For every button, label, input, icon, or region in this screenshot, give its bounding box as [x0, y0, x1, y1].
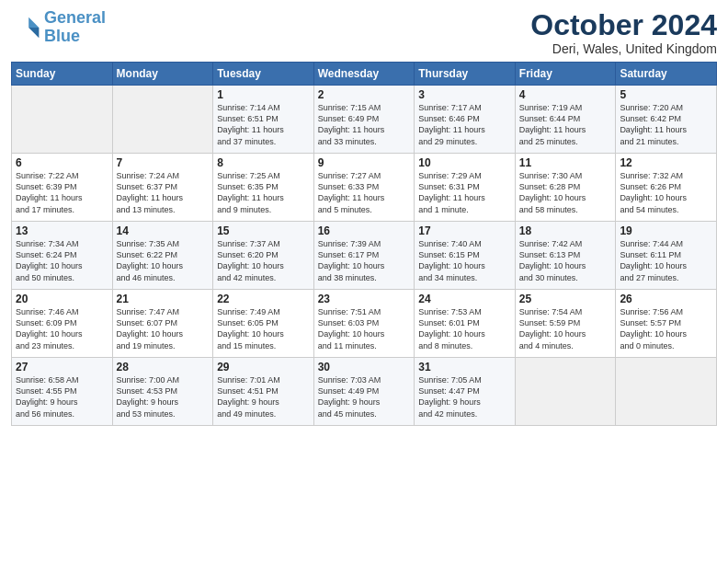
day-number: 17 — [418, 224, 511, 237]
day-info: Sunrise: 7:22 AM Sunset: 6:39 PM Dayligh… — [16, 170, 108, 215]
logo-text: General Blue — [44, 9, 106, 46]
cal-cell: 10Sunrise: 7:29 AM Sunset: 6:31 PM Dayli… — [415, 154, 516, 222]
day-info: Sunrise: 7:39 AM Sunset: 6:17 PM Dayligh… — [318, 238, 411, 283]
day-info: Sunrise: 7:14 AM Sunset: 6:51 PM Dayligh… — [217, 102, 310, 147]
day-number: 24 — [418, 293, 511, 305]
day-info: Sunrise: 7:56 AM Sunset: 5:57 PM Dayligh… — [620, 306, 712, 351]
day-info: Sunrise: 7:25 AM Sunset: 6:35 PM Dayligh… — [217, 170, 310, 215]
cal-cell: 18Sunrise: 7:42 AM Sunset: 6:13 PM Dayli… — [515, 222, 616, 290]
day-info: Sunrise: 7:19 AM Sunset: 6:44 PM Dayligh… — [519, 102, 612, 147]
cal-cell: 28Sunrise: 7:00 AM Sunset: 4:53 PM Dayli… — [112, 358, 213, 426]
cal-cell: 6Sunrise: 7:22 AM Sunset: 6:39 PM Daylig… — [12, 154, 113, 222]
col-header-sunday: Sunday — [12, 63, 113, 86]
day-info: Sunrise: 7:30 AM Sunset: 6:28 PM Dayligh… — [519, 170, 612, 215]
day-number: 16 — [318, 224, 411, 237]
cal-cell: 29Sunrise: 7:01 AM Sunset: 4:51 PM Dayli… — [213, 358, 314, 426]
cal-cell: 30Sunrise: 7:03 AM Sunset: 4:49 PM Dayli… — [313, 358, 415, 426]
logo: General Blue — [11, 9, 106, 46]
day-info: Sunrise: 7:42 AM Sunset: 6:13 PM Dayligh… — [519, 238, 612, 283]
location: Deri, Wales, United Kingdom — [530, 41, 717, 56]
day-number: 19 — [620, 224, 712, 237]
day-info: Sunrise: 7:00 AM Sunset: 4:53 PM Dayligh… — [117, 374, 210, 419]
cal-cell: 20Sunrise: 7:46 AM Sunset: 6:09 PM Dayli… — [12, 290, 113, 358]
week-row-0: 1Sunrise: 7:14 AM Sunset: 6:51 PM Daylig… — [12, 86, 717, 154]
day-number: 12 — [620, 156, 712, 169]
day-number: 25 — [519, 293, 612, 305]
day-info: Sunrise: 7:37 AM Sunset: 6:20 PM Dayligh… — [217, 238, 310, 283]
day-number: 4 — [519, 88, 612, 101]
cal-cell: 8Sunrise: 7:25 AM Sunset: 6:35 PM Daylig… — [213, 154, 314, 222]
day-info: Sunrise: 7:03 AM Sunset: 4:49 PM Dayligh… — [318, 374, 411, 419]
day-number: 5 — [620, 88, 712, 101]
header-row: SundayMondayTuesdayWednesdayThursdayFrid… — [12, 63, 717, 86]
day-number: 20 — [16, 293, 108, 305]
week-row-1: 6Sunrise: 7:22 AM Sunset: 6:39 PM Daylig… — [12, 154, 717, 222]
cal-cell: 21Sunrise: 7:47 AM Sunset: 6:07 PM Dayli… — [112, 290, 213, 358]
cal-cell: 25Sunrise: 7:54 AM Sunset: 5:59 PM Dayli… — [515, 290, 616, 358]
day-info: Sunrise: 7:17 AM Sunset: 6:46 PM Dayligh… — [418, 102, 511, 147]
day-number: 1 — [217, 88, 310, 101]
cal-cell: 11Sunrise: 7:30 AM Sunset: 6:28 PM Dayli… — [515, 154, 616, 222]
day-number: 29 — [217, 361, 310, 373]
logo-line2: Blue — [44, 27, 80, 45]
week-row-4: 27Sunrise: 6:58 AM Sunset: 4:55 PM Dayli… — [12, 358, 717, 426]
cal-cell: 5Sunrise: 7:20 AM Sunset: 6:42 PM Daylig… — [616, 86, 717, 154]
cal-cell: 13Sunrise: 7:34 AM Sunset: 6:24 PM Dayli… — [12, 222, 113, 290]
cal-cell: 2Sunrise: 7:15 AM Sunset: 6:49 PM Daylig… — [313, 86, 415, 154]
day-info: Sunrise: 7:24 AM Sunset: 6:37 PM Dayligh… — [117, 170, 210, 215]
week-row-3: 20Sunrise: 7:46 AM Sunset: 6:09 PM Dayli… — [12, 290, 717, 358]
day-info: Sunrise: 7:53 AM Sunset: 6:01 PM Dayligh… — [418, 306, 511, 351]
day-info: Sunrise: 7:46 AM Sunset: 6:09 PM Dayligh… — [16, 306, 108, 351]
page: General Blue October 2024 Deri, Wales, U… — [0, 0, 728, 563]
day-number: 23 — [318, 293, 411, 305]
day-number: 18 — [519, 224, 612, 237]
title-block: October 2024 Deri, Wales, United Kingdom — [530, 9, 717, 56]
day-info: Sunrise: 7:40 AM Sunset: 6:15 PM Dayligh… — [418, 238, 511, 283]
cal-cell: 9Sunrise: 7:27 AM Sunset: 6:33 PM Daylig… — [313, 154, 415, 222]
day-info: Sunrise: 7:05 AM Sunset: 4:47 PM Dayligh… — [418, 374, 511, 419]
day-info: Sunrise: 7:47 AM Sunset: 6:07 PM Dayligh… — [117, 306, 210, 351]
day-info: Sunrise: 7:54 AM Sunset: 5:59 PM Dayligh… — [519, 306, 612, 351]
cal-cell: 27Sunrise: 6:58 AM Sunset: 4:55 PM Dayli… — [12, 358, 113, 426]
month-title: October 2024 — [530, 9, 717, 41]
cal-cell: 22Sunrise: 7:49 AM Sunset: 6:05 PM Dayli… — [213, 290, 314, 358]
week-row-2: 13Sunrise: 7:34 AM Sunset: 6:24 PM Dayli… — [12, 222, 717, 290]
day-info: Sunrise: 7:32 AM Sunset: 6:26 PM Dayligh… — [620, 170, 712, 215]
day-number: 28 — [117, 361, 210, 373]
cal-cell: 7Sunrise: 7:24 AM Sunset: 6:37 PM Daylig… — [112, 154, 213, 222]
day-number: 10 — [418, 156, 511, 169]
cal-cell: 26Sunrise: 7:56 AM Sunset: 5:57 PM Dayli… — [616, 290, 717, 358]
day-info: Sunrise: 7:44 AM Sunset: 6:11 PM Dayligh… — [620, 238, 712, 283]
col-header-thursday: Thursday — [415, 63, 516, 86]
day-number: 30 — [318, 361, 411, 373]
day-number: 3 — [418, 88, 511, 101]
day-info: Sunrise: 7:35 AM Sunset: 6:22 PM Dayligh… — [117, 238, 210, 283]
day-info: Sunrise: 7:15 AM Sunset: 6:49 PM Dayligh… — [318, 102, 411, 147]
day-number: 21 — [117, 293, 210, 305]
day-number: 27 — [16, 361, 108, 373]
day-number: 14 — [117, 224, 210, 237]
cal-cell: 23Sunrise: 7:51 AM Sunset: 6:03 PM Dayli… — [313, 290, 415, 358]
day-number: 13 — [16, 224, 108, 237]
cal-cell — [12, 86, 113, 154]
cal-cell: 1Sunrise: 7:14 AM Sunset: 6:51 PM Daylig… — [213, 86, 314, 154]
cal-cell — [515, 358, 616, 426]
day-number: 6 — [16, 156, 108, 169]
day-info: Sunrise: 7:51 AM Sunset: 6:03 PM Dayligh… — [318, 306, 411, 351]
cal-cell: 15Sunrise: 7:37 AM Sunset: 6:20 PM Dayli… — [213, 222, 314, 290]
day-info: Sunrise: 7:27 AM Sunset: 6:33 PM Dayligh… — [318, 170, 411, 215]
col-header-saturday: Saturday — [616, 63, 717, 86]
day-number: 11 — [519, 156, 612, 169]
day-number: 9 — [318, 156, 411, 169]
day-info: Sunrise: 7:20 AM Sunset: 6:42 PM Dayligh… — [620, 102, 712, 147]
calendar-table: SundayMondayTuesdayWednesdayThursdayFrid… — [11, 62, 717, 426]
cal-cell: 31Sunrise: 7:05 AM Sunset: 4:47 PM Dayli… — [415, 358, 516, 426]
cal-cell: 14Sunrise: 7:35 AM Sunset: 6:22 PM Dayli… — [112, 222, 213, 290]
cal-cell: 12Sunrise: 7:32 AM Sunset: 6:26 PM Dayli… — [616, 154, 717, 222]
day-number: 26 — [620, 293, 712, 305]
cal-cell: 16Sunrise: 7:39 AM Sunset: 6:17 PM Dayli… — [313, 222, 415, 290]
col-header-monday: Monday — [112, 63, 213, 86]
svg-marker-1 — [28, 28, 39, 38]
cal-cell: 4Sunrise: 7:19 AM Sunset: 6:44 PM Daylig… — [515, 86, 616, 154]
cal-cell: 17Sunrise: 7:40 AM Sunset: 6:15 PM Dayli… — [415, 222, 516, 290]
